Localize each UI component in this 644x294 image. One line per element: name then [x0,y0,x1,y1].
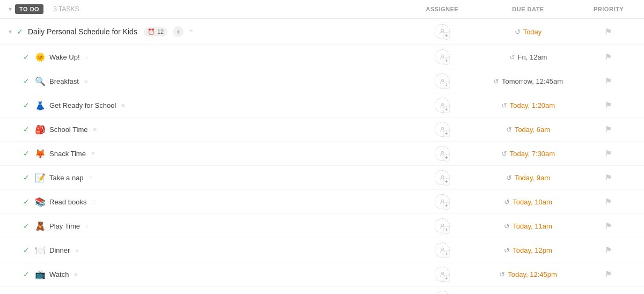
task-avatar-3[interactable] [435,122,450,137]
task-drag-handle-1[interactable]: ≡ [84,78,87,84]
task-row: ✓ 👗 Get Ready for School ≡ ↺ Today, 1:20… [0,93,644,117]
task-priority-cell-5: ⚑ [582,173,635,182]
task-avatar-6[interactable] [435,194,450,209]
task-drag-handle-4[interactable]: ≡ [91,150,94,157]
todo-badge: TO DO [15,4,43,14]
svg-point-3 [441,103,443,105]
task-clock-icon-1: ↺ [493,77,499,85]
task-drag-handle-5[interactable]: ≡ [89,174,92,181]
task-flag-icon-3[interactable]: ⚑ [605,125,612,134]
expand-chevron[interactable]: ▾ [9,28,12,35]
task-left-3: ✓ 🎒 School Time ≡ [21,124,410,135]
task-avatar-4[interactable] [435,146,450,161]
task-due-date-8: Today, 12pm [513,246,552,254]
task-avatar-1[interactable] [435,74,450,89]
task-drag-handle-8[interactable]: ≡ [75,247,78,253]
task-drag-handle-2[interactable]: ≡ [121,102,125,108]
svg-point-7 [441,200,443,202]
svg-point-2 [441,79,443,81]
parent-flag-icon[interactable]: ⚑ [605,27,612,36]
task-clock-icon-4: ↺ [501,150,507,158]
task-emoji-5: 📝 [34,173,46,183]
task-assignee-cell-9 [410,267,474,282]
task-priority-cell-9: ⚑ [582,270,635,278]
task-check-1[interactable]: ✓ [21,77,31,85]
task-check-6[interactable]: ✓ [21,197,31,206]
priority-column-header: PRIORITY [582,6,635,12]
task-emoji-0: 🌞 [34,52,46,62]
parent-menu-icon[interactable]: ≡ [189,28,193,35]
task-left-7: ✓ 🧸 Play Time ≡ [21,221,410,231]
svg-point-10 [441,272,443,274]
task-flag-icon-4[interactable]: ⚑ [605,149,612,158]
task-priority-cell-7: ⚑ [582,222,635,230]
task-name-4: Snack Time [49,150,86,158]
task-name-8: Dinner [49,246,70,254]
task-drag-handle-9[interactable]: ≡ [74,271,77,277]
task-name-0: Wake Up! [49,53,80,61]
task-check-9[interactable]: ✓ [21,270,31,278]
task-flag-icon-8[interactable]: ⚑ [605,246,612,254]
task-emoji-2: 👗 [34,100,46,111]
task-due-date-4: Today, 7:30am [510,150,555,158]
tasks-count: 3 TASKS [53,5,79,13]
parent-priority-cell: ⚑ [582,27,635,36]
task-avatar-7[interactable] [435,218,450,233]
add-subtask-button[interactable]: + [173,26,184,37]
parent-check[interactable]: ✓ [15,27,25,36]
task-flag-icon-0[interactable]: ⚑ [605,53,612,61]
task-drag-handle-7[interactable]: ≡ [85,223,89,229]
task-drag-handle-6[interactable]: ≡ [92,199,95,205]
task-assignee-cell-1 [410,74,474,89]
task-flag-icon-5[interactable]: ⚑ [605,173,612,182]
task-avatar-8[interactable] [435,242,450,258]
task-left-8: ✓ 🍽️ Dinner ≡ [21,245,410,255]
task-drag-handle-3[interactable]: ≡ [93,126,97,133]
task-due-date-0: Fri, 12am [518,53,547,61]
task-check-3[interactable]: ✓ [21,125,31,134]
task-flag-icon-9[interactable]: ⚑ [605,270,612,278]
task-row: ✓ 🌞 Wake Up! ≡ ↺ Fri, 12am ⚑ [0,45,644,69]
task-emoji-9: 📺 [34,269,46,280]
task-clock-icon-5: ↺ [506,174,512,182]
task-check-0[interactable]: ✓ [21,53,31,61]
task-avatar-0[interactable] [435,49,450,64]
task-clock-icon-0: ↺ [509,53,515,61]
task-flag-icon-6[interactable]: ⚑ [605,197,612,206]
task-emoji-7: 🧸 [34,221,46,231]
task-flag-icon-7[interactable]: ⚑ [605,222,612,230]
task-left-4: ✓ 🦊 Snack Time ≡ [21,149,410,159]
task-flag-icon-1[interactable]: ⚑ [605,77,612,85]
parent-avatar[interactable] [435,24,450,39]
task-name-3: School Time [49,126,88,134]
task-emoji-1: 🔍 [34,76,46,86]
task-check-2[interactable]: ✓ [21,101,31,109]
task-avatar-10[interactable] [435,291,450,294]
task-check-4[interactable]: ✓ [21,149,31,158]
task-drag-handle-0[interactable]: ≡ [85,54,89,60]
task-row: ✓ 🦊 Snack Time ≡ ↺ Today, 7:30am ⚑ [0,142,644,166]
task-priority-cell-8: ⚑ [582,246,635,254]
task-duedate-cell-9: ↺ Today, 12:45pm [474,270,582,278]
task-check-7[interactable]: ✓ [21,222,31,230]
task-avatar-5[interactable] [435,170,450,185]
header-row: ▾ TO DO 3 TASKS ASSIGNEE DUE DATE PRIORI… [0,0,644,19]
task-assignee-cell-10 [410,291,474,294]
task-avatar-2[interactable] [435,98,450,113]
task-emoji-3: 🎒 [34,124,46,135]
task-due-date-3: Today, 6am [515,126,550,134]
collapse-chevron[interactable]: ▾ [9,5,12,13]
task-name-1: Breakfast [49,77,79,85]
task-flag-icon-2[interactable]: ⚑ [605,101,612,109]
task-emoji-4: 🦊 [34,149,46,159]
task-clock-icon-2: ↺ [501,101,507,109]
task-check-8[interactable]: ✓ [21,246,31,254]
task-name-5: Take a nap [49,174,84,182]
task-due-date-7: Today, 11am [513,222,552,230]
task-check-5[interactable]: ✓ [21,173,31,182]
task-left-0: ✓ 🌞 Wake Up! ≡ [21,52,410,62]
svg-point-8 [441,224,443,226]
task-left-6: ✓ 📚 Read books ≡ [21,197,410,207]
task-clock-icon-9: ↺ [499,270,505,278]
task-avatar-9[interactable] [435,267,450,282]
